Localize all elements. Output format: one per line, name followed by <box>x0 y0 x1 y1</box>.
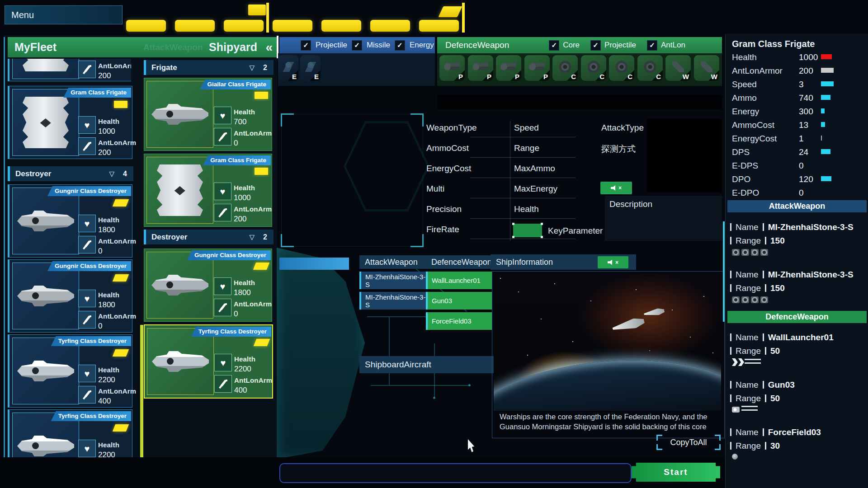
defence-weapon-entry: NameGun03 <box>730 380 795 390</box>
attack-weapon-range: Range150 <box>730 236 785 246</box>
defence-weapon-tile[interactable]: C <box>552 55 578 81</box>
attack-weapon-item[interactable]: MI-ZhenhaiStone-3-S <box>359 292 429 310</box>
copy-to-all-button[interactable]: CopyToAll <box>656 435 721 450</box>
attack-weapon-tile[interactable]: E <box>300 55 321 81</box>
attack-weapon-entry: NameMI-ZhenhaiStone-3-S <box>730 222 854 232</box>
fleet-card-gram-frigate[interactable]: Gram Class Frigate ♥ Health 1000 AntLonA… <box>8 86 132 159</box>
circuit-node <box>468 384 471 386</box>
selected-indicator-bar <box>140 325 143 458</box>
defence-weapon-tile[interactable]: P <box>468 55 493 81</box>
fleet-card-gungnir-2[interactable]: Gungnir Class Destroyer ♥ Health 1800 An… <box>8 259 132 333</box>
flag-marker-top-skew <box>438 6 462 17</box>
ship-thumbnail <box>146 157 213 224</box>
health-label: Health <box>98 441 119 449</box>
checkbox-core[interactable]: ✓ <box>549 40 559 51</box>
armor-value: 0 <box>234 139 238 148</box>
shipyard-card-gram[interactable]: Gram Class Frigate ♥ Health 1000 AntLonA… <box>144 154 272 227</box>
defence-weapon-tile[interactable]: W <box>665 55 691 81</box>
objective-bar <box>321 20 361 32</box>
tab-defence-weapon[interactable]: DefenceWeapon <box>426 255 491 269</box>
defence-weapon-tile[interactable]: C <box>609 55 634 81</box>
param-maxammo: MaxAmmo <box>514 164 555 174</box>
shipyard-card-giallar[interactable]: Giallar Class Frigate ♥ Health 700 AntLo… <box>144 78 272 151</box>
checkbox-def-projectile[interactable]: ✓ <box>590 40 601 51</box>
ship-class-ribbon: Gungnir Class Destroyer <box>187 250 271 260</box>
circuit-node <box>433 397 435 399</box>
armor-label: AntLonArm <box>98 139 136 146</box>
checkbox-projectile[interactable]: ✓ <box>301 40 311 51</box>
collapse-icon[interactable]: « <box>265 40 273 55</box>
param-divider-v <box>510 121 510 241</box>
checkbox-energy[interactable]: ✓ <box>395 40 405 51</box>
tab-attack-weapon[interactable]: AttackWeapon <box>359 255 428 269</box>
start-button[interactable]: Start <box>632 463 720 482</box>
shipyard-card-tyrfing-selected[interactable]: Tyrfing Class Destroyer ♥ Health 2200 An… <box>144 324 273 399</box>
defence-filter-title: DefenceWeapon <box>445 40 509 50</box>
attack-weapon-item[interactable]: MI-ZhenhaiStone-3-S <box>359 272 429 289</box>
right-panel-scrollbar[interactable] <box>723 221 725 322</box>
flag-marker <box>114 101 127 108</box>
divider-yellow <box>462 3 465 33</box>
checkbox-missile[interactable]: ✓ <box>352 40 362 51</box>
filter-label-missile: Missile <box>367 41 390 50</box>
health-label: Health <box>234 355 255 363</box>
ship-class-ribbon: Gram Class Frigate <box>63 88 131 98</box>
health-label: Health <box>234 184 255 192</box>
param-multi: Multi <box>426 184 444 194</box>
section-count: 4 <box>123 170 127 178</box>
health-value: 700 <box>234 117 246 127</box>
ship-class-ribbon: Gungnir Class Destroyer <box>47 186 131 196</box>
tab-myfleet[interactable]: MyFleet <box>14 41 57 54</box>
ship-thumbnail <box>12 89 79 156</box>
selected-tab-bar[interactable] <box>279 258 349 270</box>
gun-icon <box>732 406 758 414</box>
defence-weapon-tile[interactable]: P <box>496 55 521 81</box>
attack-weapon-entry: NameMI-ZhenhaiStone-3-S <box>730 270 854 280</box>
shipyard-card-gungnir[interactable]: Gungnir Class Destroyer ♥ Health 1800 An… <box>144 249 272 322</box>
param-divider <box>470 198 576 198</box>
command-input[interactable] <box>279 463 632 483</box>
defence-weapon-range: Range50 <box>730 394 780 404</box>
objective-bar <box>273 20 312 32</box>
defence-weapon-item[interactable]: ForceField03 <box>426 312 492 330</box>
fleet-card-tyrfing-1[interactable]: Tyrfing Class Destroyer ♥ Health 2200 An… <box>8 334 132 408</box>
param-detection-mode: 探测方式 <box>601 143 636 155</box>
menu-button[interactable]: Menu <box>5 5 123 24</box>
fleet-card-clipped[interactable]: AntLonArm 200 <box>8 59 131 81</box>
speaker-icon <box>611 185 617 191</box>
shipyard-section-frigate[interactable]: Frigate ▽ 2 <box>144 60 274 75</box>
fleet-card-gungnir-1[interactable]: Gungnir Class Destroyer ♥ Health 1800 An… <box>8 184 132 258</box>
filter-label-antlon: AntLon <box>661 41 685 50</box>
mouse-cursor <box>468 439 478 453</box>
param-divider <box>470 137 576 137</box>
mute-x-icon: × <box>615 260 618 265</box>
defence-weapon-tile[interactable]: W <box>694 55 719 81</box>
defence-weapon-item[interactable]: Gun03 <box>426 292 492 310</box>
armor-value: 0 <box>98 322 102 331</box>
mute-speaker-button[interactable]: × <box>598 256 628 268</box>
tab-shipyard[interactable]: Shipyard <box>209 41 257 54</box>
defence-weapon-tile[interactable]: C <box>637 55 663 81</box>
key-parameter-swatch[interactable] <box>513 224 542 237</box>
checkbox-antlon[interactable]: ✓ <box>647 40 657 51</box>
defence-weapon-item[interactable]: WallLauncher01 <box>426 272 492 289</box>
tab-shipboard-aircraft[interactable]: ShipboardAircraft <box>359 356 494 373</box>
param-speed: Speed <box>514 123 539 133</box>
mute-speaker-button[interactable]: × <box>600 182 632 194</box>
param-divider <box>470 178 576 178</box>
fleet-section-destroyer[interactable]: Destroyer ▽ 4 <box>8 166 133 181</box>
attack-weapon-tile[interactable]: E <box>278 55 298 81</box>
flag-marker <box>113 424 129 432</box>
defence-weapon-tile[interactable]: P <box>524 55 550 81</box>
section-label: Frigate <box>151 63 177 72</box>
armor-value: 400 <box>234 386 247 395</box>
defence-weapon-tile[interactable]: P <box>439 55 465 81</box>
ship-thumbnail <box>147 328 214 395</box>
tile-type-letter: E <box>292 73 297 80</box>
shipyard-section-destroyer[interactable]: Destroyer ▽ 2 <box>144 230 274 244</box>
ship-blueprint-silhouette <box>277 248 365 459</box>
spacer-band <box>437 95 722 109</box>
param-weapontype: WeaponType <box>426 123 477 133</box>
filter-label-energy: Energy <box>410 41 434 50</box>
defence-weapon-tile[interactable]: C <box>581 55 606 81</box>
